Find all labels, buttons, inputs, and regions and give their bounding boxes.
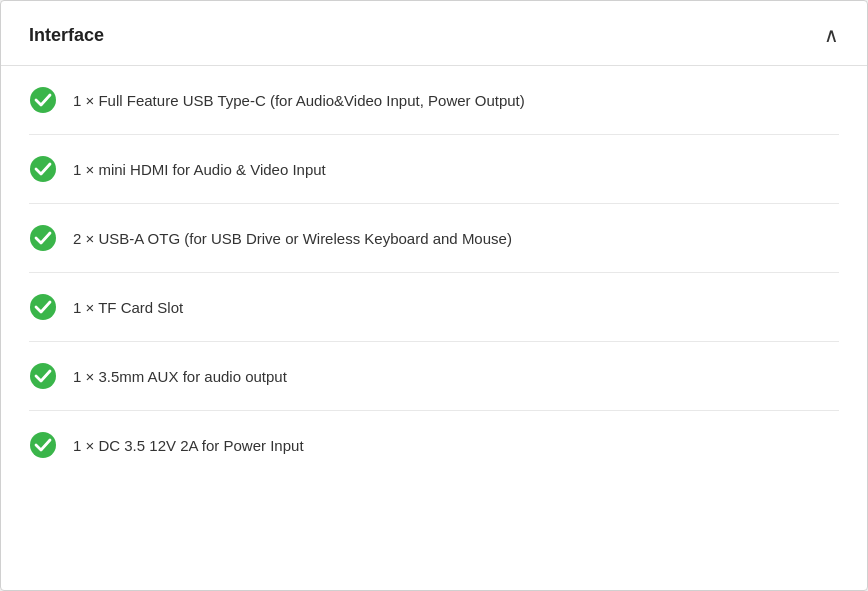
svg-point-3 <box>30 294 56 320</box>
check-circle-icon <box>29 362 57 390</box>
item-label: 1 × 3.5mm AUX for audio output <box>73 366 287 387</box>
item-label: 1 × TF Card Slot <box>73 297 183 318</box>
list-item: 1 × mini HDMI for Audio & Video Input <box>29 135 839 204</box>
check-circle-icon <box>29 224 57 252</box>
card-title: Interface <box>29 25 104 46</box>
list-item: 1 × DC 3.5 12V 2A for Power Input <box>29 411 839 479</box>
check-circle-icon <box>29 155 57 183</box>
svg-point-0 <box>30 87 56 113</box>
item-label: 2 × USB-A OTG (for USB Drive or Wireless… <box>73 228 512 249</box>
item-label: 1 × mini HDMI for Audio & Video Input <box>73 159 326 180</box>
item-label: 1 × DC 3.5 12V 2A for Power Input <box>73 435 304 456</box>
check-circle-icon <box>29 431 57 459</box>
interface-list: 1 × Full Feature USB Type-C (for Audio&V… <box>1 66 867 479</box>
svg-point-4 <box>30 363 56 389</box>
card-header: Interface ∧ <box>1 1 867 66</box>
collapse-icon[interactable]: ∧ <box>824 23 839 47</box>
check-circle-icon <box>29 86 57 114</box>
list-item: 2 × USB-A OTG (for USB Drive or Wireless… <box>29 204 839 273</box>
svg-point-1 <box>30 156 56 182</box>
list-item: 1 × Full Feature USB Type-C (for Audio&V… <box>29 66 839 135</box>
svg-point-2 <box>30 225 56 251</box>
svg-point-5 <box>30 432 56 458</box>
check-circle-icon <box>29 293 57 321</box>
interface-card: Interface ∧ 1 × Full Feature USB Type-C … <box>0 0 868 591</box>
item-label: 1 × Full Feature USB Type-C (for Audio&V… <box>73 90 525 111</box>
list-item: 1 × TF Card Slot <box>29 273 839 342</box>
list-item: 1 × 3.5mm AUX for audio output <box>29 342 839 411</box>
